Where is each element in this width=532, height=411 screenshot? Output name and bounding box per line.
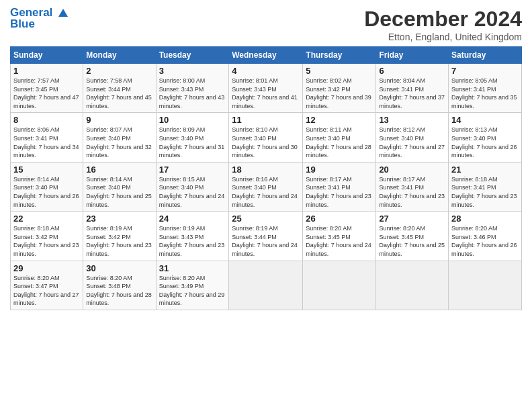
cell-details: Sunrise: 8:16 AMSunset: 3:40 PMDaylight:… (232, 175, 300, 209)
calendar-cell: 21Sunrise: 8:18 AMSunset: 3:41 PMDayligh… (449, 162, 522, 211)
calendar-cell (303, 261, 376, 310)
calendar-week-row: 29Sunrise: 8:20 AMSunset: 3:47 PMDayligh… (11, 261, 522, 310)
calendar-cell: 6Sunrise: 8:04 AMSunset: 3:41 PMDaylight… (376, 64, 449, 113)
day-number: 12 (306, 115, 373, 125)
cell-details: Sunrise: 8:20 AMSunset: 3:48 PMDaylight:… (86, 274, 152, 308)
cell-details: Sunrise: 8:04 AMSunset: 3:41 PMDaylight:… (379, 77, 445, 110)
calendar-cell: 27Sunrise: 8:20 AMSunset: 3:45 PMDayligh… (376, 212, 449, 261)
day-number: 4 (232, 66, 300, 76)
svg-marker-0 (58, 9, 68, 17)
cell-details: Sunrise: 8:01 AMSunset: 3:43 PMDaylight:… (232, 77, 300, 110)
cell-details: Sunrise: 8:15 AMSunset: 3:40 PMDaylight:… (159, 175, 226, 209)
day-number: 25 (232, 214, 300, 224)
calendar-cell: 28Sunrise: 8:20 AMSunset: 3:46 PMDayligh… (449, 212, 522, 261)
calendar-week-row: 15Sunrise: 8:14 AMSunset: 3:40 PMDayligh… (11, 162, 522, 211)
cell-details: Sunrise: 8:19 AMSunset: 3:44 PMDaylight:… (232, 224, 300, 258)
cell-details: Sunrise: 7:57 AMSunset: 3:45 PMDaylight:… (13, 77, 80, 110)
page-subtitle: Etton, England, United Kingdom (364, 32, 522, 42)
col-thursday: Thursday (303, 47, 376, 64)
calendar-header-row: Sunday Monday Tuesday Wednesday Thursday… (11, 47, 522, 64)
day-number: 26 (306, 214, 373, 224)
calendar-cell: 5Sunrise: 8:02 AMSunset: 3:42 PMDaylight… (303, 64, 376, 113)
day-number: 13 (379, 115, 445, 125)
day-number: 14 (451, 115, 519, 125)
day-number: 21 (451, 165, 519, 175)
day-number: 28 (451, 214, 519, 224)
calendar-cell: 30Sunrise: 8:20 AMSunset: 3:48 PMDayligh… (83, 261, 156, 310)
cell-details: Sunrise: 8:18 AMSunset: 3:41 PMDaylight:… (451, 175, 519, 209)
day-number: 7 (451, 66, 519, 76)
calendar-cell: 1Sunrise: 7:57 AMSunset: 3:45 PMDaylight… (11, 64, 83, 113)
col-sunday: Sunday (11, 47, 83, 64)
cell-details: Sunrise: 8:20 AMSunset: 3:46 PMDaylight:… (451, 224, 519, 258)
calendar-cell: 13Sunrise: 8:12 AMSunset: 3:40 PMDayligh… (376, 113, 449, 162)
calendar-cell: 22Sunrise: 8:18 AMSunset: 3:42 PMDayligh… (11, 212, 83, 261)
day-number: 17 (159, 165, 226, 175)
cell-details: Sunrise: 8:20 AMSunset: 3:45 PMDaylight:… (306, 224, 373, 258)
day-number: 31 (159, 263, 226, 273)
cell-details: Sunrise: 8:10 AMSunset: 3:40 PMDaylight:… (232, 126, 300, 159)
calendar-cell: 26Sunrise: 8:20 AMSunset: 3:45 PMDayligh… (303, 212, 376, 261)
calendar-cell: 9Sunrise: 8:07 AMSunset: 3:40 PMDaylight… (83, 113, 156, 162)
day-number: 1 (13, 66, 80, 76)
calendar-cell: 17Sunrise: 8:15 AMSunset: 3:40 PMDayligh… (156, 162, 229, 211)
cell-details: Sunrise: 8:12 AMSunset: 3:40 PMDaylight:… (379, 126, 445, 159)
calendar-cell: 2Sunrise: 7:58 AMSunset: 3:44 PMDaylight… (83, 64, 156, 113)
cell-details: Sunrise: 8:20 AMSunset: 3:49 PMDaylight:… (159, 274, 226, 308)
calendar-cell: 16Sunrise: 8:14 AMSunset: 3:40 PMDayligh… (83, 162, 156, 211)
calendar-cell: 14Sunrise: 8:13 AMSunset: 3:40 PMDayligh… (449, 113, 522, 162)
cell-details: Sunrise: 7:58 AMSunset: 3:44 PMDaylight:… (86, 77, 152, 110)
title-block: December 2024 Etton, England, United Kin… (364, 7, 522, 42)
logo: General Blue (10, 7, 69, 30)
calendar-cell (449, 261, 522, 310)
calendar-cell: 25Sunrise: 8:19 AMSunset: 3:44 PMDayligh… (229, 212, 303, 261)
col-monday: Monday (83, 47, 156, 64)
day-number: 6 (379, 66, 445, 76)
col-tuesday: Tuesday (156, 47, 229, 64)
calendar-table: Sunday Monday Tuesday Wednesday Thursday… (10, 46, 522, 310)
day-number: 15 (13, 165, 80, 175)
calendar-cell: 3Sunrise: 8:00 AMSunset: 3:43 PMDaylight… (156, 64, 229, 113)
calendar-cell (229, 261, 303, 310)
calendar-page: General Blue December 2024 Etton, Englan… (0, 0, 532, 411)
calendar-cell: 18Sunrise: 8:16 AMSunset: 3:40 PMDayligh… (229, 162, 303, 211)
calendar-cell (376, 261, 449, 310)
day-number: 30 (86, 263, 152, 273)
day-number: 19 (306, 165, 373, 175)
calendar-cell: 7Sunrise: 8:05 AMSunset: 3:41 PMDaylight… (449, 64, 522, 113)
day-number: 20 (379, 165, 445, 175)
calendar-cell: 15Sunrise: 8:14 AMSunset: 3:40 PMDayligh… (11, 162, 83, 211)
day-number: 8 (13, 115, 80, 125)
day-number: 22 (13, 214, 80, 224)
day-number: 3 (159, 66, 226, 76)
cell-details: Sunrise: 8:20 AMSunset: 3:47 PMDaylight:… (13, 274, 80, 308)
calendar-cell: 8Sunrise: 8:06 AMSunset: 3:41 PMDaylight… (11, 113, 83, 162)
logo-blue: Blue (10, 18, 69, 31)
col-friday: Friday (376, 47, 449, 64)
cell-details: Sunrise: 8:14 AMSunset: 3:40 PMDaylight:… (13, 175, 80, 209)
calendar-cell: 20Sunrise: 8:17 AMSunset: 3:41 PMDayligh… (376, 162, 449, 211)
calendar-week-row: 22Sunrise: 8:18 AMSunset: 3:42 PMDayligh… (11, 212, 522, 261)
cell-details: Sunrise: 8:20 AMSunset: 3:45 PMDaylight:… (379, 224, 445, 258)
day-number: 10 (159, 115, 226, 125)
day-number: 16 (86, 165, 152, 175)
calendar-cell: 23Sunrise: 8:19 AMSunset: 3:42 PMDayligh… (83, 212, 156, 261)
calendar-cell: 31Sunrise: 8:20 AMSunset: 3:49 PMDayligh… (156, 261, 229, 310)
calendar-cell: 24Sunrise: 8:19 AMSunset: 3:43 PMDayligh… (156, 212, 229, 261)
calendar-cell: 10Sunrise: 8:09 AMSunset: 3:40 PMDayligh… (156, 113, 229, 162)
col-wednesday: Wednesday (229, 47, 303, 64)
cell-details: Sunrise: 8:00 AMSunset: 3:43 PMDaylight:… (159, 77, 226, 110)
day-number: 24 (159, 214, 226, 224)
cell-details: Sunrise: 8:14 AMSunset: 3:40 PMDaylight:… (86, 175, 152, 209)
page-header: General Blue December 2024 Etton, Englan… (10, 7, 522, 42)
calendar-week-row: 8Sunrise: 8:06 AMSunset: 3:41 PMDaylight… (11, 113, 522, 162)
day-number: 18 (232, 165, 300, 175)
day-number: 2 (86, 66, 152, 76)
day-number: 5 (306, 66, 373, 76)
day-number: 27 (379, 214, 445, 224)
cell-details: Sunrise: 8:02 AMSunset: 3:42 PMDaylight:… (306, 77, 373, 110)
cell-details: Sunrise: 8:17 AMSunset: 3:41 PMDaylight:… (306, 175, 373, 209)
calendar-cell: 19Sunrise: 8:17 AMSunset: 3:41 PMDayligh… (303, 162, 376, 211)
cell-details: Sunrise: 8:13 AMSunset: 3:40 PMDaylight:… (451, 126, 519, 159)
calendar-cell: 12Sunrise: 8:11 AMSunset: 3:40 PMDayligh… (303, 113, 376, 162)
